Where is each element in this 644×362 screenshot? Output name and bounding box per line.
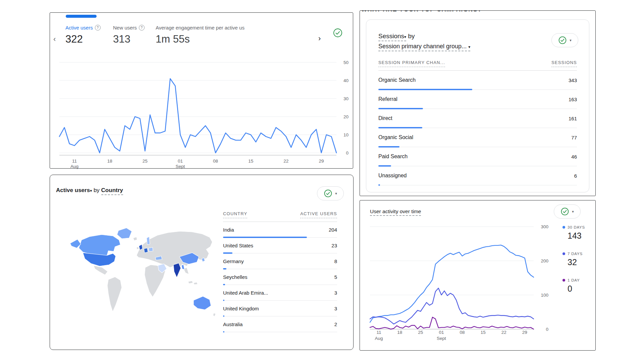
legend-label: 30 DAYS	[568, 225, 585, 229]
tab-avg-engagement-time[interactable]: Average engagement time per active us 1m…	[156, 25, 245, 45]
legend-dot-icon	[562, 252, 565, 255]
legend-dot-icon	[562, 279, 565, 282]
svg-text:10: 10	[343, 132, 348, 137]
data-quality-dropdown-button[interactable]: ▾	[554, 204, 581, 219]
svg-text:40: 40	[343, 78, 348, 83]
row-label: Australia	[223, 321, 243, 327]
svg-text:0: 0	[346, 150, 348, 156]
check-circle-icon	[560, 207, 569, 216]
top-campaigns-panel: WHAT ARE YOUR TOP CAMPAIGNS? Sessions▾ b…	[360, 10, 596, 196]
by-label: by	[408, 33, 415, 40]
column-header-country[interactable]: COUNTRY	[223, 211, 247, 218]
map-region-usa	[83, 253, 116, 266]
tab-new-users[interactable]: New users? 313	[113, 25, 145, 45]
data-quality-check-button[interactable]	[332, 27, 343, 38]
column-header-sessions[interactable]: SESSIONS	[551, 60, 577, 67]
svg-text:08: 08	[213, 159, 218, 164]
metric-label: Average engagement time per active us	[156, 25, 245, 31]
check-circle-icon	[324, 189, 332, 198]
dimension-selector[interactable]: Country	[101, 187, 123, 195]
svg-text:25: 25	[143, 159, 148, 164]
metric-value: 313	[113, 33, 145, 45]
card-header: Active users▾ by Country	[56, 187, 123, 194]
row-bar	[223, 331, 224, 333]
caret-down-icon: ▾	[90, 188, 92, 193]
caret-down-icon: ▾	[468, 45, 470, 49]
table-row: Unassigned6	[378, 166, 577, 185]
metric-value: 322	[65, 33, 101, 45]
metric-selector[interactable]: Active users▾	[56, 187, 92, 193]
svg-text:Aug: Aug	[375, 336, 383, 341]
row-value: 343	[569, 77, 577, 83]
check-circle-icon	[558, 36, 567, 45]
legend-label: 1 DAY	[568, 278, 580, 282]
row-label: Organic Social	[378, 134, 413, 140]
legend-value: 0	[562, 284, 585, 294]
table-row: United Arab Emira...3	[223, 285, 337, 301]
row-label: United Kingdom	[223, 306, 259, 311]
map-region-ireland	[137, 247, 139, 249]
metric-value: 1m 55s	[156, 33, 245, 45]
row-label: Referral	[378, 96, 397, 102]
map-region-poland	[149, 247, 153, 251]
row-value: 2	[334, 321, 337, 327]
legend-item: 7 DAYS32	[562, 252, 585, 267]
row-value: 23	[331, 243, 337, 248]
user-activity-card: User activity over time ▾ 010020030011Au…	[360, 200, 596, 351]
card-header: Sessions▾ by Session primary channel gro…	[378, 33, 470, 50]
map-region-iceland	[133, 237, 137, 241]
table-row: Organic Social77	[378, 128, 577, 147]
svg-text:22: 22	[501, 330, 506, 335]
row-label: Organic Search	[378, 77, 416, 83]
active-users-line-chart: 0102030405011Aug182501Sept08152229	[58, 54, 351, 169]
column-header-channel[interactable]: SESSION PRIMARY CHAN...	[378, 60, 445, 67]
row-value: 163	[569, 97, 577, 102]
data-quality-dropdown-button[interactable]: ▾	[317, 186, 344, 200]
row-value: 3	[334, 306, 337, 311]
metric-label: Active users	[65, 25, 93, 31]
country-rows: India204United States23Germany8Seychelle…	[223, 222, 337, 332]
map-region-sweden	[147, 237, 150, 245]
legend-item: 30 DAYS143	[562, 225, 585, 241]
sessions-by-channel-card: Sessions▾ by Session primary channel gro…	[366, 19, 589, 192]
table-row: Seychelles5	[223, 269, 337, 285]
metric-label: New users	[113, 25, 137, 31]
column-header-active-users[interactable]: ACTIVE USERS	[300, 211, 337, 218]
data-quality-dropdown-button[interactable]: ▾	[551, 33, 578, 47]
caret-down-icon: ▾	[404, 35, 406, 39]
svg-text:300: 300	[541, 224, 548, 229]
check-circle-icon	[333, 28, 343, 38]
row-value: 77	[571, 135, 577, 140]
next-metrics-chevron-icon[interactable]: ›	[318, 34, 321, 43]
user-activity-chart-area: 010020030011Aug182501Sept08152229	[369, 222, 553, 344]
dimension-selector[interactable]: Session primary channel group... ▾	[378, 43, 470, 51]
tab-active-users[interactable]: Active users? 322	[65, 25, 101, 45]
row-value: 161	[569, 116, 577, 121]
sessions-rows: Organic Search343Referral163Direct161Org…	[378, 71, 577, 185]
row-label: United Arab Emira...	[223, 290, 268, 296]
legend-item: 1 DAY0	[562, 278, 585, 294]
table-row: Organic Search343	[378, 71, 577, 90]
map-region-new-zealand	[213, 313, 216, 316]
row-label: Unassigned	[378, 173, 407, 179]
map-region-south-america	[107, 277, 122, 312]
row-label: Direct	[378, 115, 392, 121]
svg-text:15: 15	[248, 159, 253, 164]
table-row: Australia2	[223, 316, 337, 332]
svg-text:100: 100	[541, 293, 548, 298]
row-value: 5	[334, 274, 337, 280]
row-label: Paid Search	[378, 154, 408, 160]
row-label: India	[223, 227, 234, 233]
active-users-chart-area: 0102030405011Aug182501Sept08152229	[58, 54, 351, 169]
sessions-table: SESSION PRIMARY CHAN... SESSIONS Organic…	[378, 60, 577, 185]
metric-selector[interactable]: Sessions▾	[378, 33, 406, 41]
help-icon[interactable]: ?	[95, 25, 101, 31]
svg-text:Sept: Sept	[437, 336, 446, 341]
svg-text:18: 18	[397, 330, 402, 335]
svg-text:20: 20	[343, 114, 348, 119]
active-users-summary-card: ‹ Active users? 322 New users? 313 Avera…	[50, 12, 353, 169]
card-title-link[interactable]: User activity over time	[370, 208, 421, 216]
help-icon[interactable]: ?	[139, 25, 145, 31]
prev-metrics-chevron-icon[interactable]: ‹	[53, 35, 56, 44]
table-row: Germany8	[223, 253, 337, 269]
